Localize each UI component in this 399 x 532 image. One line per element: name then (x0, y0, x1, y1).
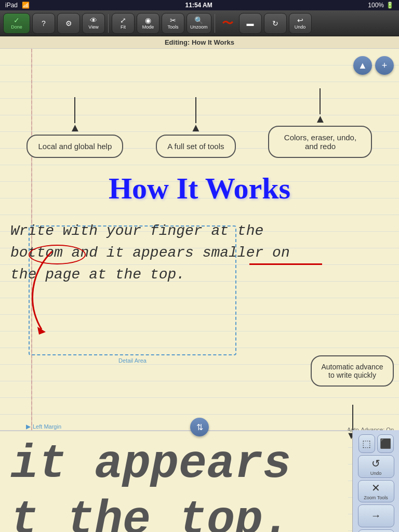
mode-label: Mode (142, 24, 154, 30)
wifi-icon: 📶 (22, 2, 30, 9)
bottom-writing-area: it appears t the top. (0, 430, 348, 532)
battery-icon: 🔋 (386, 2, 394, 9)
refresh-button[interactable]: ↻ (264, 13, 287, 34)
done-label: Done (11, 24, 22, 30)
undo-button[interactable]: ↩ Undo (289, 13, 312, 34)
help-button[interactable]: ? (32, 13, 55, 34)
underline-annotation-smaller (249, 263, 322, 265)
scroll-button[interactable]: ⇅ (190, 418, 209, 436)
unzoom-label: Unzoom (190, 24, 208, 30)
tilde-button[interactable]: 〜 (218, 13, 237, 34)
separator-2 (215, 14, 215, 33)
top-info-section: ▲ Local and global help ▲ A full set of … (0, 54, 399, 158)
arrow-shaft-2 (195, 97, 196, 123)
arrow-up-1: ▲ (69, 121, 81, 135)
gear-icon: ⚙ (65, 20, 72, 27)
tools-label: Tools (167, 24, 178, 30)
main-content: ▲ + ▲ Local and global help ▲ A full set… (0, 49, 399, 532)
colors-info-box: Colors, eraser, undo, and redo (268, 126, 372, 158)
separator-1 (108, 14, 109, 33)
colors-info-container: ▲ Colors, eraser, undo, and redo (268, 88, 372, 158)
status-bar: iPad 📶 11:54 AM 100% 🔋 (0, 0, 399, 10)
fit-icon: ⤢ (120, 17, 126, 24)
checkmark-icon: ✓ (14, 17, 20, 24)
fit-label: Fit (121, 24, 126, 30)
eye-icon: 👁 (90, 17, 97, 24)
undo-label: Undo (295, 24, 306, 30)
view-label: View (88, 24, 98, 30)
erase-icon: ▬ (247, 20, 254, 27)
big-line1: it appears (10, 438, 291, 491)
left-margin-triangle: ▶ (26, 423, 31, 430)
tilde-icon: 〜 (222, 16, 233, 31)
editing-title-bar: Editing: How It Works (0, 36, 399, 49)
battery-label: 100% (368, 2, 384, 9)
erase-button[interactable]: ▬ (239, 13, 262, 34)
dashed-select-button[interactable]: ⬛ (377, 434, 394, 453)
right-undo-icon: ↺ (371, 457, 380, 470)
mode-icon: ◉ (145, 17, 151, 24)
unzoom-button[interactable]: 🔍 Unzoom (187, 13, 211, 34)
settings-button[interactable]: ⚙ (57, 13, 80, 34)
advance-button[interactable]: → (358, 504, 394, 527)
arrow-up-2: ▲ (190, 121, 202, 135)
auto-advance-text: Automatic advance to write quickly (321, 363, 383, 379)
device-label: iPad (5, 2, 18, 9)
tools-info-box: A full set of tools (156, 135, 235, 158)
status-right: 100% 🔋 (368, 2, 394, 9)
status-time: 11:54 AM (185, 2, 212, 9)
page-title: How It Works (0, 171, 399, 206)
status-left: iPad 📶 (5, 2, 30, 9)
grid-select-button[interactable]: ⬚ (358, 434, 375, 453)
view-button[interactable]: 👁 View (82, 13, 105, 34)
colors-info-text: Colors, eraser, undo, and redo (284, 133, 356, 151)
dashed-grid-icon: ⬛ (380, 438, 391, 449)
advance-icon: → (371, 510, 381, 522)
tools-info-container: ▲ A full set of tools (156, 97, 235, 158)
question-icon: ? (42, 20, 46, 27)
left-margin-text: Left Margin (33, 423, 61, 430)
unzoom-icon: 🔍 (194, 17, 203, 24)
editing-title-text: Editing: How It Works (165, 38, 234, 46)
tools-info-text: A full set of tools (167, 142, 224, 151)
mode-button[interactable]: ◉ Mode (137, 13, 159, 34)
right-panel: ⬚ ⬛ ↺ Undo ✕ Zoom Tools → ↵ ↓ (352, 430, 399, 532)
arrow-shaft-1 (74, 97, 75, 123)
arrow-up-3: ▲ (315, 112, 326, 126)
tools-button[interactable]: ✂ Tools (162, 13, 184, 34)
right-undo-button[interactable]: ↺ Undo (358, 455, 394, 478)
auto-advance-bubble: Automatic advance to write quickly (311, 355, 394, 387)
tools-icon: ✂ (170, 17, 176, 24)
zoom-tools-icon: ✕ (371, 482, 380, 494)
done-button[interactable]: ✓ Done (3, 13, 30, 34)
scroll-arrows-icon: ⇅ (196, 422, 203, 432)
right-undo-label: Undo (370, 471, 382, 476)
left-margin-label: ▶ Left Margin (26, 423, 61, 430)
big-handwriting: it appears t the top. (0, 431, 348, 532)
help-info-container: ▲ Local and global help (26, 97, 123, 158)
arrow-shaft-3 (320, 88, 321, 114)
help-info-text: Local and global help (38, 142, 112, 151)
grid-select-row: ⬚ ⬛ (356, 434, 396, 453)
zoom-tools-button[interactable]: ✕ Zoom Tools (358, 480, 394, 503)
help-info-box: Local and global help (26, 135, 123, 158)
fit-button[interactable]: ⤢ Fit (112, 13, 135, 34)
undo-icon: ↩ (297, 17, 303, 24)
refresh-icon: ↻ (272, 20, 278, 27)
enter-button[interactable]: ↵ (358, 529, 394, 532)
red-arrow-svg (16, 241, 68, 345)
toolbar: ✓ Done ? ⚙ 👁 View ⤢ Fit ◉ Mode ✂ Tools 🔍… (0, 10, 399, 36)
detail-area-label: Detail Area (118, 357, 147, 364)
grid-icon: ⬚ (362, 438, 371, 449)
big-line2: t the top. (10, 494, 291, 532)
zoom-tools-label: Zoom Tools (364, 495, 388, 500)
